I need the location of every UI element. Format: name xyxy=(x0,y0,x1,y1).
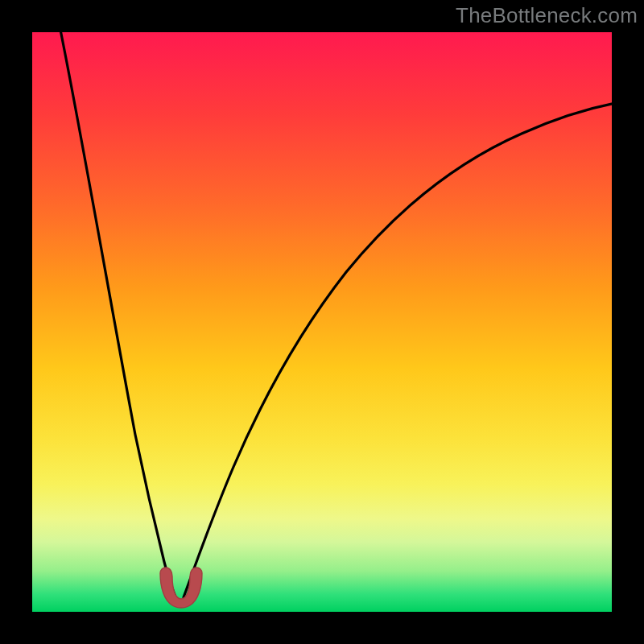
curve-right-branch xyxy=(184,103,615,597)
minimum-lobe xyxy=(160,568,202,608)
curve-layer xyxy=(32,32,612,612)
watermark-text: TheBottleneck.com xyxy=(456,3,638,28)
curve-left-branch xyxy=(60,26,175,597)
plot-area xyxy=(32,32,612,612)
chart-frame: TheBottleneck.com xyxy=(0,0,644,644)
